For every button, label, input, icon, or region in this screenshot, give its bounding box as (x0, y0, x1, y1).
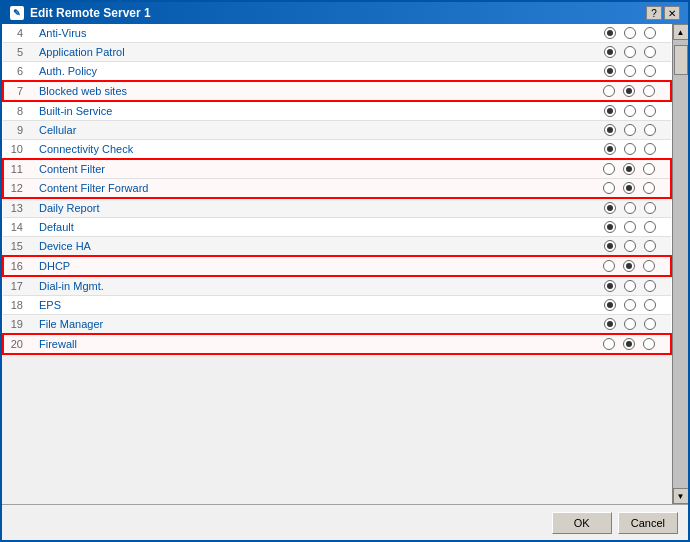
radio-group[interactable] (551, 101, 671, 121)
radio-option-1[interactable] (624, 124, 636, 136)
radio-group[interactable] (551, 256, 671, 276)
scrollbar[interactable]: ▲ ▼ (672, 24, 688, 504)
radio-group[interactable] (551, 276, 671, 296)
radio-group[interactable] (551, 121, 671, 140)
scroll-thumb[interactable] (674, 45, 688, 75)
radio-group[interactable] (551, 81, 671, 101)
spacer (233, 179, 551, 199)
radio-group[interactable] (551, 315, 671, 335)
radio-option-2[interactable] (644, 240, 656, 252)
radio-group[interactable] (551, 62, 671, 82)
radio-group[interactable] (551, 24, 671, 43)
radio-group[interactable] (551, 237, 671, 257)
radio-option-1[interactable] (624, 105, 636, 117)
radio-option-2[interactable] (644, 202, 656, 214)
radio-group[interactable] (551, 334, 671, 354)
radio-option-2[interactable] (644, 46, 656, 58)
radio-option-2[interactable] (643, 85, 655, 97)
radio-option-1[interactable] (624, 299, 636, 311)
radio-option-1[interactable] (623, 260, 635, 272)
spacer (233, 296, 551, 315)
table-container[interactable]: 4Anti-Virus5Application Patrol6Auth. Pol… (2, 24, 672, 504)
radio-group[interactable] (551, 140, 671, 160)
radio-option-2[interactable] (644, 318, 656, 330)
close-button[interactable]: ✕ (664, 6, 680, 20)
title-buttons: ? ✕ (646, 6, 680, 20)
radio-option-0[interactable] (604, 27, 616, 39)
radio-option-1[interactable] (623, 182, 635, 194)
row-number: 8 (3, 101, 33, 121)
radio-option-0[interactable] (604, 318, 616, 330)
help-button[interactable]: ? (646, 6, 662, 20)
row-number: 18 (3, 296, 33, 315)
radio-option-0[interactable] (604, 299, 616, 311)
radio-option-0[interactable] (604, 124, 616, 136)
service-name: Content Filter Forward (33, 179, 233, 199)
radio-option-1[interactable] (624, 143, 636, 155)
service-name: Anti-Virus (33, 24, 233, 43)
window-title: Edit Remote Server 1 (30, 6, 151, 20)
radio-option-0[interactable] (604, 105, 616, 117)
service-name: Dial-in Mgmt. (33, 276, 233, 296)
service-name: Built-in Service (33, 101, 233, 121)
radio-option-1[interactable] (624, 240, 636, 252)
radio-option-2[interactable] (644, 105, 656, 117)
radio-option-1[interactable] (624, 280, 636, 292)
radio-option-2[interactable] (644, 280, 656, 292)
radio-option-0[interactable] (604, 221, 616, 233)
row-number: 7 (3, 81, 33, 101)
scroll-up-button[interactable]: ▲ (673, 24, 689, 40)
service-name: Device HA (33, 237, 233, 257)
radio-option-0[interactable] (604, 280, 616, 292)
radio-option-0[interactable] (603, 338, 615, 350)
scroll-track[interactable] (673, 40, 689, 488)
radio-option-0[interactable] (604, 65, 616, 77)
radio-option-2[interactable] (643, 163, 655, 175)
radio-option-1[interactable] (624, 27, 636, 39)
radio-group[interactable] (551, 43, 671, 62)
spacer (233, 43, 551, 62)
row-number: 12 (3, 179, 33, 199)
radio-option-1[interactable] (623, 338, 635, 350)
service-name: Default (33, 218, 233, 237)
radio-option-0[interactable] (604, 46, 616, 58)
radio-option-1[interactable] (624, 46, 636, 58)
radio-option-2[interactable] (644, 221, 656, 233)
radio-option-2[interactable] (643, 338, 655, 350)
radio-group[interactable] (551, 179, 671, 199)
radio-option-0[interactable] (604, 143, 616, 155)
row-number: 13 (3, 198, 33, 218)
service-name: File Manager (33, 315, 233, 335)
radio-option-1[interactable] (624, 202, 636, 214)
radio-option-1[interactable] (624, 318, 636, 330)
radio-option-2[interactable] (644, 27, 656, 39)
radio-option-0[interactable] (603, 260, 615, 272)
radio-group[interactable] (551, 159, 671, 179)
radio-option-1[interactable] (623, 85, 635, 97)
row-number: 19 (3, 315, 33, 335)
radio-option-2[interactable] (643, 182, 655, 194)
radio-option-2[interactable] (644, 65, 656, 77)
radio-group[interactable] (551, 198, 671, 218)
radio-option-0[interactable] (603, 163, 615, 175)
radio-option-0[interactable] (603, 182, 615, 194)
radio-group[interactable] (551, 218, 671, 237)
row-number: 14 (3, 218, 33, 237)
scroll-down-button[interactable]: ▼ (673, 488, 689, 504)
spacer (233, 198, 551, 218)
radio-option-2[interactable] (644, 124, 656, 136)
radio-option-2[interactable] (644, 143, 656, 155)
service-name: Firewall (33, 334, 233, 354)
radio-option-1[interactable] (623, 163, 635, 175)
radio-option-2[interactable] (644, 299, 656, 311)
radio-group[interactable] (551, 296, 671, 315)
radio-option-0[interactable] (603, 85, 615, 97)
radio-option-0[interactable] (604, 240, 616, 252)
radio-option-0[interactable] (604, 202, 616, 214)
radio-option-2[interactable] (643, 260, 655, 272)
ok-button[interactable]: OK (552, 512, 612, 534)
radio-option-1[interactable] (624, 65, 636, 77)
radio-option-1[interactable] (624, 221, 636, 233)
spacer (233, 276, 551, 296)
cancel-button[interactable]: Cancel (618, 512, 678, 534)
